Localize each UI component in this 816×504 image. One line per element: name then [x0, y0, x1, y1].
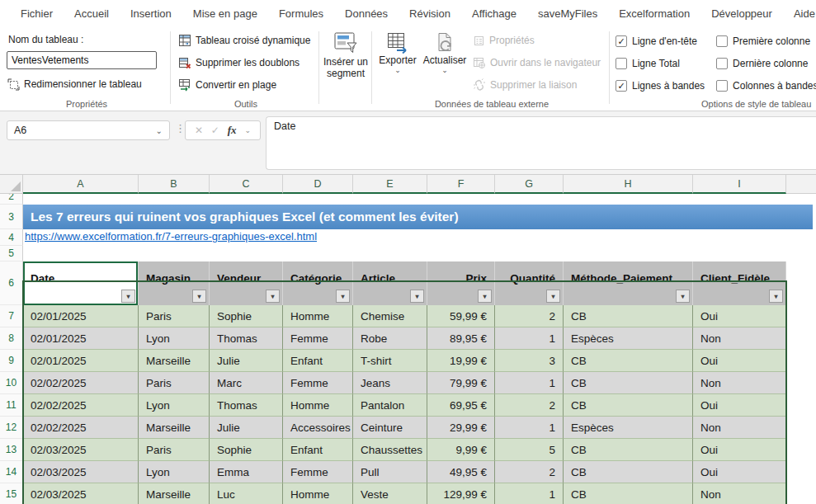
table-header-cell[interactable]: Prix▾: [427, 261, 495, 305]
table-cell[interactable]: 19,99 €: [427, 350, 495, 372]
table-cell[interactable]: Marc: [210, 372, 283, 394]
row-number[interactable]: 10: [0, 372, 23, 394]
unchecked-checkbox-icon[interactable]: [716, 80, 728, 92]
tab-excelformation[interactable]: Excelformation: [608, 2, 700, 26]
table-cell[interactable]: 02/03/2025: [23, 461, 139, 483]
table-cell[interactable]: Marseille: [139, 350, 210, 372]
table-cell[interactable]: 49,95 €: [427, 461, 495, 483]
table-cell[interactable]: 1: [495, 327, 564, 350]
tab-affichage[interactable]: Affichage: [461, 2, 527, 26]
table-cell[interactable]: Oui: [693, 350, 786, 372]
table-cell[interactable]: 2: [495, 394, 564, 417]
checkbox-lignes-à-bandes[interactable]: ✓Lignes à bandes: [616, 74, 705, 97]
checked-checkbox-icon[interactable]: ✓: [616, 35, 627, 47]
table-cell[interactable]: 1: [495, 417, 564, 439]
table-cell[interactable]: Enfant: [283, 439, 353, 461]
filter-dropdown-button[interactable]: ▾: [478, 290, 492, 303]
fx-chevron-icon[interactable]: ⌄: [244, 126, 251, 134]
row-number[interactable]: 13: [0, 439, 23, 461]
column-header-G[interactable]: G: [495, 175, 564, 194]
table-cell[interactable]: Emma: [210, 461, 283, 483]
column-header-D[interactable]: D: [283, 175, 353, 194]
table-cell[interactable]: 89,95 €: [427, 327, 495, 350]
table-cell[interactable]: Homme: [283, 305, 353, 327]
name-box[interactable]: A6 ⌄: [7, 120, 170, 140]
formula-bar-input[interactable]: Date: [266, 116, 816, 170]
table-cell[interactable]: Oui: [693, 394, 786, 417]
selected-cell-a6[interactable]: Date▾: [23, 261, 139, 305]
table-cell[interactable]: 59,99 €: [427, 305, 495, 327]
row-number[interactable]: 9: [0, 350, 23, 372]
table-cell[interactable]: Homme: [283, 394, 353, 417]
column-header-E[interactable]: E: [353, 175, 427, 194]
table-cell[interactable]: Sophie: [210, 305, 283, 327]
table-cell[interactable]: Chemise: [353, 305, 427, 327]
table-cell[interactable]: 02/02/2025: [23, 417, 139, 439]
select-all-corner[interactable]: [0, 175, 23, 194]
table-header-cell[interactable]: Quantité▾: [495, 261, 564, 305]
table-cell[interactable]: Non: [693, 327, 786, 350]
tab-formules[interactable]: Formules: [268, 2, 334, 26]
insert-slicer-button[interactable]: Insérer un segment: [324, 31, 367, 79]
tab-données[interactable]: Données: [334, 2, 399, 26]
unchecked-checkbox-icon[interactable]: [716, 35, 728, 47]
unchecked-checkbox-icon[interactable]: [616, 58, 627, 69]
tab-aide[interactable]: Aide: [783, 2, 816, 26]
tab-révision[interactable]: Révision: [399, 2, 461, 26]
table-cell[interactable]: Thomas: [210, 327, 283, 350]
refresh-button[interactable]: Actualiser ⌄: [422, 31, 468, 73]
table-cell[interactable]: Oui: [693, 305, 786, 327]
tab-mise-en-page[interactable]: Mise en page: [182, 2, 268, 26]
pivot-table-button[interactable]: Tableau croisé dynamique: [176, 31, 313, 50]
checkbox-colonnes-à-bandes[interactable]: Colonnes à bandes: [716, 74, 816, 97]
cancel-icon[interactable]: ✕: [195, 125, 203, 136]
table-cell[interactable]: CB: [564, 483, 693, 504]
column-header-C[interactable]: C: [210, 175, 283, 194]
table-cell[interactable]: 02/03/2025: [23, 439, 139, 461]
table-cell[interactable]: Femme: [283, 327, 353, 350]
table-cell[interactable]: Marseille: [139, 417, 210, 439]
checkbox-ligne-d-en-tête[interactable]: ✓Ligne d'en-tête: [616, 30, 705, 52]
table-cell[interactable]: 69,95 €: [427, 394, 495, 417]
table-cell[interactable]: 02/02/2025: [23, 372, 139, 394]
column-header-F[interactable]: F: [427, 175, 495, 194]
table-cell[interactable]: Lyon: [139, 461, 210, 483]
table-cell[interactable]: 29,99 €: [427, 417, 495, 439]
row-number[interactable]: 6: [0, 261, 23, 305]
table-cell[interactable]: 2: [495, 305, 564, 327]
table-cell[interactable]: Pull: [353, 461, 427, 483]
table-cell[interactable]: Veste: [353, 483, 427, 504]
table-cell[interactable]: Espèces: [564, 327, 693, 350]
tab-développeur[interactable]: Développeur: [700, 2, 783, 26]
table-cell[interactable]: T-shirt: [353, 350, 427, 372]
checkbox-dernière-colonne[interactable]: Dernière colonne: [716, 52, 816, 74]
table-cell[interactable]: CB: [564, 394, 693, 417]
table-cell[interactable]: 02/03/2025: [23, 483, 139, 504]
row-number[interactable]: 15: [0, 483, 23, 504]
table-cell[interactable]: 1: [495, 483, 564, 504]
column-header-B[interactable]: B: [139, 175, 210, 194]
table-cell[interactable]: Chaussettes: [353, 439, 427, 461]
table-cell[interactable]: Julie: [210, 417, 283, 439]
column-header-A[interactable]: A: [23, 175, 139, 194]
table-cell[interactable]: Ceinture: [353, 417, 427, 439]
table-cell[interactable]: Robe: [353, 327, 427, 350]
table-cell[interactable]: Oui: [693, 439, 786, 461]
table-cell[interactable]: Pantalon: [353, 394, 427, 417]
table-cell[interactable]: 02/01/2025: [23, 305, 139, 327]
table-cell[interactable]: 02/01/2025: [23, 327, 139, 350]
filter-dropdown-button[interactable]: ▾: [546, 290, 560, 303]
table-cell[interactable]: 02/02/2025: [23, 394, 139, 417]
table-cell[interactable]: Femme: [283, 372, 353, 394]
table-cell[interactable]: CB: [564, 439, 693, 461]
table-cell[interactable]: Marseille: [139, 483, 210, 504]
column-header-H[interactable]: H: [564, 175, 693, 194]
resize-table-button[interactable]: Redimensionner le tableau: [5, 74, 144, 94]
table-cell[interactable]: Non: [693, 417, 786, 439]
filter-dropdown-button[interactable]: ▾: [121, 290, 135, 303]
table-header-cell[interactable]: Client_Fidèle▾: [693, 261, 786, 305]
table-header-cell[interactable]: Catégorie▾: [283, 261, 353, 305]
table-cell[interactable]: 9,99 €: [427, 439, 495, 461]
filter-dropdown-button[interactable]: ▾: [410, 290, 424, 303]
table-cell[interactable]: Paris: [139, 372, 210, 394]
